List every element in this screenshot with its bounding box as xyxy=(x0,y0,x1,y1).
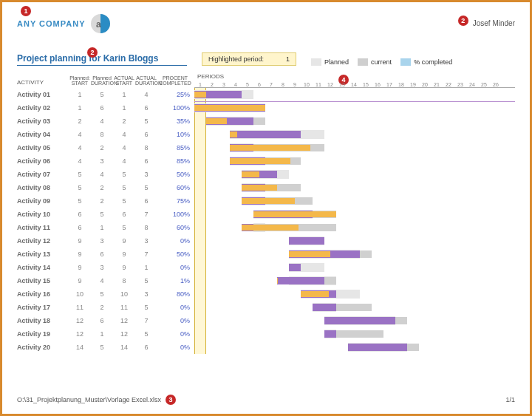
period-8: 8 xyxy=(277,82,289,87)
activity-name: Activity 07 xyxy=(17,171,69,178)
gantt-row xyxy=(194,101,515,115)
table-row[interactable]: Activity 04484610% xyxy=(17,128,194,141)
periods-header: PERIODS 12345678910111213141516171819202… xyxy=(194,72,515,88)
period-4: 4 xyxy=(230,82,242,87)
period-24: 24 xyxy=(466,82,478,87)
activity-name: Activity 13 xyxy=(17,250,69,258)
callout-2-user: 2 xyxy=(458,16,468,26)
period-20: 20 xyxy=(419,82,431,87)
table-row[interactable]: Activity 03242535% xyxy=(17,115,194,128)
activity-name: Activity 02 xyxy=(17,104,69,112)
gantt-row xyxy=(194,154,515,168)
table-row[interactable]: Activity 05424885% xyxy=(17,141,194,154)
logo-icon: a xyxy=(90,13,111,34)
period-11: 11 xyxy=(313,82,324,87)
table-row[interactable]: Activity 181261270% xyxy=(17,314,194,327)
column-headers: ACTIVITY Planned:START PlannedDURATION A… xyxy=(17,72,194,88)
gantt-row xyxy=(194,194,515,208)
highlight-value: 1 xyxy=(286,55,290,63)
period-13: 13 xyxy=(336,82,348,87)
activity-name: Activity 16 xyxy=(17,290,69,298)
activity-name: Activity 11 xyxy=(17,224,69,231)
activity-name: Activity 05 xyxy=(17,144,69,151)
table-row[interactable]: Activity 1493910% xyxy=(17,261,194,274)
activity-name: Activity 08 xyxy=(17,184,69,191)
activity-name: Activity 15 xyxy=(17,277,69,284)
table-row[interactable]: Activity 191211250% xyxy=(17,327,194,341)
activity-name: Activity 10 xyxy=(17,211,69,218)
period-14: 14 xyxy=(348,82,360,87)
period-17: 17 xyxy=(383,82,395,87)
gantt-row xyxy=(194,261,515,274)
period-19: 19 xyxy=(407,82,419,87)
page-title: Project planning for Karin Bloggs xyxy=(17,53,187,66)
table-row[interactable]: Activity 1610510380% xyxy=(17,287,194,301)
legend: Planned current % completed xyxy=(311,58,452,66)
period-26: 26 xyxy=(490,82,502,87)
table-row[interactable]: Activity 08525560% xyxy=(17,181,194,194)
activity-name: Activity 19 xyxy=(17,330,69,338)
activity-name: Activity 14 xyxy=(17,264,69,271)
table-row[interactable]: Activity 1594851% xyxy=(17,274,194,287)
table-row[interactable]: Activity 106567100% xyxy=(17,208,194,221)
period-21: 21 xyxy=(431,82,443,87)
gantt-row xyxy=(194,248,515,261)
activity-name: Activity 06 xyxy=(17,157,69,165)
period-10: 10 xyxy=(301,82,313,87)
user-name: Josef Minder xyxy=(473,13,515,27)
activity-name: Activity 18 xyxy=(17,317,69,324)
period-9: 9 xyxy=(289,82,301,87)
period-3: 3 xyxy=(218,82,230,87)
table-row[interactable]: Activity 13969750% xyxy=(17,248,194,261)
table-row[interactable]: Activity 171121150% xyxy=(17,301,194,314)
table-row[interactable]: Activity 11615860% xyxy=(17,221,194,234)
callout-2-title: 2 xyxy=(87,47,98,58)
gantt-row xyxy=(194,221,515,234)
gantt-row xyxy=(194,341,515,354)
activity-name: Activity 01 xyxy=(17,91,69,98)
callout-3: 3 xyxy=(166,395,176,405)
period-5: 5 xyxy=(242,82,253,87)
gantt-row xyxy=(194,208,515,221)
table-row[interactable]: Activity 06434685% xyxy=(17,154,194,168)
highlight-label: Highlighted period: xyxy=(208,55,264,63)
gantt-row xyxy=(194,115,515,128)
swatch-completed xyxy=(400,58,411,66)
company-name: ANY COMPANY xyxy=(17,19,86,28)
swatch-planned xyxy=(311,58,321,66)
period-16: 16 xyxy=(372,82,383,87)
gantt-row xyxy=(194,168,515,181)
gantt-row xyxy=(194,314,515,327)
gantt-row xyxy=(194,181,515,194)
activity-name: Activity 20 xyxy=(17,344,69,351)
period-18: 18 xyxy=(395,82,407,87)
period-1: 1 xyxy=(194,82,206,87)
activity-name: Activity 04 xyxy=(17,131,69,138)
period-25: 25 xyxy=(478,82,490,87)
table-row[interactable]: Activity 07545350% xyxy=(17,168,194,181)
gantt-row xyxy=(194,327,515,341)
activity-name: Activity 03 xyxy=(17,117,69,125)
period-6: 6 xyxy=(253,82,265,87)
page-number: 1/1 xyxy=(505,396,515,403)
period-7: 7 xyxy=(265,82,277,87)
period-22: 22 xyxy=(443,82,454,87)
table-row[interactable]: Activity 01151425% xyxy=(17,88,194,101)
gantt-table: ACTIVITY Planned:START PlannedDURATION A… xyxy=(17,72,515,354)
period-23: 23 xyxy=(454,82,466,87)
gantt-row xyxy=(194,287,515,301)
table-row[interactable]: Activity 021616100% xyxy=(17,101,194,115)
gantt-row xyxy=(194,128,515,141)
file-path: O:\31_Projektplanung_Muster\Vorlage Exce… xyxy=(17,396,161,403)
table-row[interactable]: Activity 09525675% xyxy=(17,194,194,208)
gantt-row xyxy=(194,274,515,287)
gantt-row xyxy=(194,301,515,314)
period-12: 12 xyxy=(324,82,336,87)
table-row[interactable]: Activity 1293930% xyxy=(17,234,194,248)
period-15: 15 xyxy=(360,82,372,87)
gantt-row xyxy=(194,88,515,101)
activity-name: Activity 09 xyxy=(17,197,69,205)
table-row[interactable]: Activity 201451460% xyxy=(17,341,194,354)
activity-name: Activity 12 xyxy=(17,237,69,245)
period-2: 2 xyxy=(206,82,218,87)
